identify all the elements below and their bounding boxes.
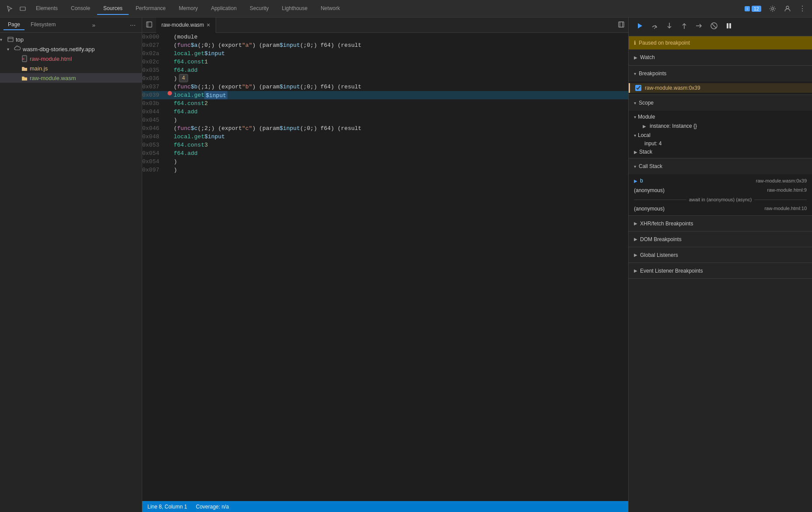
settings-btn[interactable] (766, 4, 779, 14)
tab-lighthouse[interactable]: Lighthouse (276, 3, 314, 15)
folder-icon (21, 65, 28, 72)
code-line-0x097: 0x097 ) (142, 166, 628, 174)
call-stack-name-b: b (640, 178, 643, 184)
call-stack-item-anon2[interactable]: (anonymous) raw-module.html:10 (629, 204, 812, 214)
tab-elements[interactable]: Elements (30, 3, 64, 15)
call-stack-async-divider: await in (anonymous) (async) (629, 195, 812, 204)
error-badge-btn[interactable]: i 12 (742, 4, 764, 14)
panel-more-btn[interactable]: » (92, 22, 95, 28)
breakpoint-label: raw-module.wasm:0x39 (645, 85, 700, 91)
code-line-0x02c: 0x02c f64.const 1 (142, 58, 628, 66)
tree-arrow-site: ▾ (7, 47, 14, 52)
code-line-0x000: 0x000 (module (142, 33, 628, 41)
editor-tab-right (614, 19, 628, 31)
cursor-icon-btn[interactable] (4, 4, 16, 14)
tab-filesystem[interactable]: Filesystem (26, 20, 60, 30)
xhr-breakpoints-section[interactable]: ▶ XHR/fetch Breakpoints (629, 216, 812, 231)
step-into-btn[interactable] (664, 20, 675, 33)
call-stack-section: ▾ Call Stack ▶ b raw-module.wasm:0x39 (a… (629, 158, 812, 216)
tab-memory[interactable]: Memory (173, 3, 204, 15)
status-line-col: Line 8, Column 1 (147, 504, 187, 510)
tab-security[interactable]: Security (244, 3, 275, 15)
tab-application[interactable]: Application (205, 3, 243, 15)
global-label: Global Listeners (640, 252, 678, 258)
local-input-value: input: 4 (644, 140, 662, 147)
scope-module-toggle[interactable]: ▾ Module (629, 112, 812, 121)
tab-console[interactable]: Console (65, 3, 96, 15)
tree-item-site[interactable]: ▾ wasm-dbg-stories.netlify.app (0, 44, 142, 54)
editor-tab-wasm[interactable]: raw-module.wasm × (156, 18, 216, 33)
deactivate-btn[interactable] (708, 20, 720, 33)
cloud-icon (14, 46, 21, 53)
tab-sources[interactable]: Sources (97, 3, 129, 15)
scope-section: ▾ Scope ▾ Module ▶ instance: Instance {} (629, 95, 812, 158)
call-stack-loc-anon1: raw-module.html:9 (767, 187, 807, 193)
device-icon (19, 5, 26, 12)
code-line-0x039: 0x039 local.get $input (142, 91, 628, 99)
watch-section-header[interactable]: ▶ Watch (629, 49, 812, 65)
editor-tab-close[interactable]: × (206, 22, 210, 28)
tree-item-html[interactable]: H raw-module.html (0, 54, 142, 63)
device-toggle-btn[interactable] (17, 4, 29, 14)
nav-right: i 12 ⋮ (742, 3, 808, 14)
code-editor: 0x000 (module 0x027 (func $a (;0;) (expo… (142, 33, 628, 501)
panel-options-btn[interactable]: ⋯ (127, 20, 138, 30)
file-tree: ▾ top ▾ wasm-dbg-stories.netlify.app (0, 33, 142, 512)
svg-line-16 (712, 24, 716, 28)
editor-tabs: raw-module.wasm × (142, 18, 628, 33)
debug-toolbar (629, 18, 812, 36)
tree-item-top[interactable]: ▾ top (0, 35, 142, 44)
tree-item-wasm[interactable]: raw-module.wasm (0, 73, 142, 83)
event-label: Event Listener Breakpoints (640, 268, 703, 274)
status-coverage: Coverage: n/a (196, 504, 229, 510)
editor-tab-filename: raw-module.wasm (161, 22, 204, 28)
svg-rect-5 (8, 37, 13, 42)
scope-local-toggle[interactable]: ▾ Local (629, 131, 812, 140)
svg-marker-10 (638, 23, 642, 28)
step-long-icon (695, 22, 703, 30)
cursor-icon (6, 5, 13, 12)
call-stack-item-b[interactable]: ▶ b raw-module.wasm:0x39 (629, 176, 812, 186)
breakpoint-item-0: raw-module.wasm:0x39 (629, 83, 812, 93)
editor-sidebar-toggle[interactable] (142, 19, 156, 31)
code-area[interactable]: 0x000 (module 0x027 (func $a (;0;) (expo… (142, 33, 628, 501)
resume-btn[interactable] (634, 20, 645, 33)
profile-btn[interactable] (781, 4, 794, 14)
tree-label-wasm: raw-module.wasm (30, 75, 76, 81)
step-over-btn[interactable] (649, 20, 660, 33)
scope-module-instance: ▶ instance: Instance {} (629, 121, 812, 131)
main-layout: Page Filesystem » ⋯ ▾ top ▾ (0, 18, 812, 512)
code-line-0x044: 0x044 f64.add (142, 108, 628, 116)
svg-rect-18 (729, 23, 731, 28)
module-arrow: ▾ (634, 115, 636, 119)
editor-format-btn[interactable] (614, 19, 628, 31)
step-out-icon (680, 22, 688, 30)
tab-network[interactable]: Network (315, 3, 346, 15)
tab-page[interactable]: Page (4, 20, 24, 30)
call-stack-item-anon1[interactable]: (anonymous) raw-module.html:9 (629, 186, 812, 195)
dom-arrow: ▶ (634, 237, 637, 242)
breakpoints-section-header[interactable]: ▾ Breakpoints (629, 66, 812, 81)
call-stack-header[interactable]: ▾ Call Stack (629, 158, 812, 174)
event-listener-breakpoints-section[interactable]: ▶ Event Listener Breakpoints (629, 263, 812, 279)
code-line-0x055: 0x054 ) (142, 158, 628, 166)
breakpoint-checkbox[interactable] (635, 85, 641, 91)
dom-breakpoints-section[interactable]: ▶ DOM Breakpoints (629, 231, 812, 247)
tree-item-js[interactable]: main.js (0, 63, 142, 73)
tab-performance[interactable]: Performance (130, 3, 172, 15)
code-line-0x037: 0x037 (func $b (;1;) (export "b") (param… (142, 83, 628, 91)
svg-text:i: i (747, 7, 748, 11)
call-stack-loc-b: raw-module.wasm:0x39 (756, 178, 807, 183)
svg-point-3 (772, 7, 774, 10)
more-btn[interactable]: ⋮ (796, 3, 808, 14)
paused-banner: ℹ Paused on breakpoint (629, 36, 812, 49)
pause-exceptions-btn[interactable] (723, 20, 735, 33)
format-icon (618, 21, 625, 28)
code-line-0x053: 0x053 f64.const 3 (142, 141, 628, 149)
scope-stack-toggle[interactable]: ▶ Stack (629, 147, 812, 156)
svg-text:H: H (23, 57, 24, 60)
global-listeners-section[interactable]: ▶ Global Listeners (629, 247, 812, 263)
step-long-btn[interactable] (693, 20, 705, 33)
scope-section-header[interactable]: ▾ Scope (629, 95, 812, 111)
step-out-btn[interactable] (679, 20, 690, 33)
